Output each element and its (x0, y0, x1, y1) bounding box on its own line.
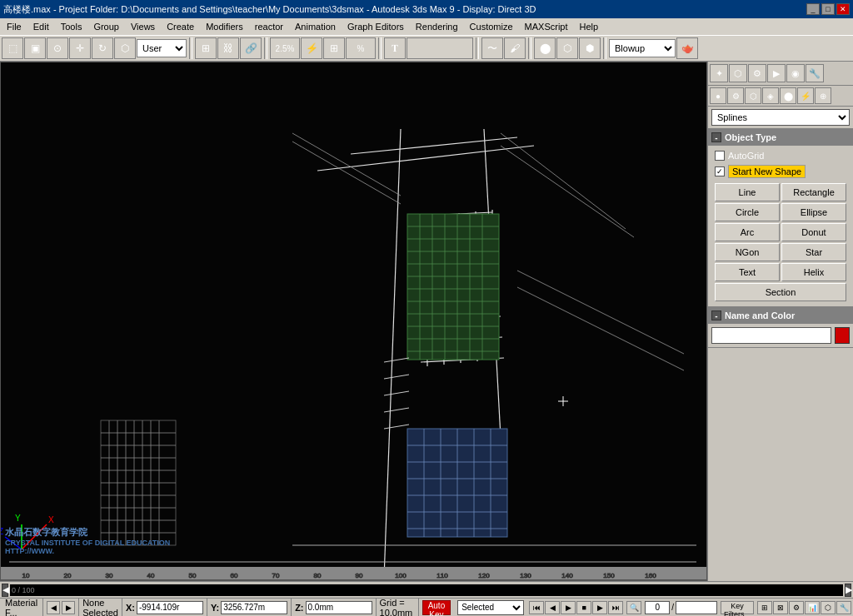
toolbar-rotate-btn[interactable]: ↻ (92, 37, 113, 59)
frame-nav-btn2[interactable]: ▶ (62, 601, 75, 614)
play-button[interactable]: ▶ (561, 601, 576, 614)
material-button[interactable]: Material F... (0, 599, 43, 616)
section-collapse-icon[interactable]: - (711, 132, 721, 142)
panel-subtab-6[interactable]: ⚡ (797, 87, 814, 104)
viewport[interactable]: User (0, 62, 707, 581)
panel-subtab-4[interactable]: ◈ (762, 87, 779, 104)
next-frame-button[interactable]: ▶ (592, 601, 607, 614)
helix-button[interactable]: Helix (781, 263, 846, 281)
text-button[interactable]: Text (715, 263, 780, 281)
start-new-shape-button[interactable]: Start New Shape (728, 165, 806, 178)
menu-create[interactable]: Create (162, 21, 199, 32)
extra-btn-2[interactable]: ⊠ (773, 601, 788, 614)
rectangle-button[interactable]: Rectangle (781, 183, 846, 201)
toolbar-percent-btn[interactable]: 2.5% (270, 37, 300, 59)
toolbar-unlink-btn[interactable]: 🔗 (240, 37, 262, 59)
splines-dropdown[interactable]: Splines (711, 109, 850, 126)
extra-btn-5[interactable]: ⬡ (821, 601, 836, 614)
toolbar-render2-btn[interactable]: ⬢ (579, 37, 601, 59)
timeline-slider[interactable]: 0 / 100 (10, 584, 843, 596)
toolbar-percent2-btn[interactable]: % (346, 37, 376, 59)
panel-subtab-7[interactable]: ⊕ (815, 87, 831, 104)
menu-graph-editors[interactable]: Graph Editors (342, 21, 409, 32)
minimize-button[interactable]: _ (806, 3, 820, 15)
toolbar-align-btn[interactable]: ⊞ (323, 37, 345, 59)
toolbar-curve-btn[interactable]: 〜 (481, 37, 503, 59)
selected-dropdown[interactable]: Selected (457, 600, 524, 615)
start-new-shape-checkbox[interactable] (715, 166, 725, 176)
panel-subtab-3[interactable]: ⬡ (745, 87, 761, 104)
panel-subtab-2[interactable]: ⚙ (727, 87, 744, 104)
menu-group[interactable]: Group (88, 21, 124, 32)
toolbar-magnet-btn[interactable]: ⚡ (301, 37, 322, 59)
menu-maxscript[interactable]: MAXScript (520, 21, 573, 32)
extra-btn-3[interactable]: ⚙ (789, 601, 804, 614)
donut-button[interactable]: Donut (781, 223, 846, 241)
object-type-header[interactable]: - Object Type (708, 129, 853, 146)
y-input[interactable] (221, 601, 287, 614)
blowup-combo[interactable]: Blowup (609, 39, 676, 57)
circle-button[interactable]: Circle (715, 203, 780, 221)
color-swatch[interactable] (835, 327, 850, 344)
panel-subtab-5[interactable]: ⬤ (780, 87, 796, 104)
menu-animation[interactable]: Animation (290, 21, 341, 32)
frame-nav-btn1[interactable]: ◀ (47, 601, 60, 614)
extra-btn-6[interactable]: 🔧 (836, 601, 851, 614)
close-button[interactable]: ✕ (836, 3, 850, 15)
x-input[interactable] (137, 601, 203, 614)
star-button[interactable]: Star (781, 243, 846, 261)
timeline-right-arrow[interactable]: ▶ (845, 584, 851, 597)
prev-frame-button[interactable]: ◀ (545, 601, 560, 614)
menu-help[interactable]: Help (575, 21, 604, 32)
toolbar-paint-btn[interactable]: 🖌 (504, 37, 526, 59)
menu-tools[interactable]: Tools (56, 21, 87, 32)
extra-btn-1[interactable]: ⊞ (757, 601, 772, 614)
menu-customize[interactable]: Customize (465, 21, 518, 32)
menu-views[interactable]: Views (126, 21, 160, 32)
toolbar-material-btn[interactable]: ⬤ (534, 37, 556, 59)
name-color-collapse-icon[interactable]: - (711, 310, 721, 320)
name-color-header[interactable]: - Name and Color (708, 307, 853, 324)
toolbar-link-btn[interactable]: ⛓ (217, 37, 239, 59)
frame-number-input[interactable] (645, 601, 670, 614)
menu-modifiers[interactable]: Modifiers (201, 21, 248, 32)
panel-tab-modify[interactable]: ⬡ (729, 64, 747, 82)
toolbar-select-btn[interactable]: ⬚ (2, 37, 23, 59)
goto-start-button[interactable]: ⏮ (529, 601, 544, 614)
autogrid-checkbox[interactable] (715, 151, 725, 161)
panel-tab-display[interactable]: ◉ (786, 64, 805, 82)
timeline-left-arrow[interactable]: ◀ (2, 584, 8, 597)
search-button[interactable]: 🔍 (626, 601, 641, 614)
key-filters-button[interactable]: Key Filters... (721, 601, 754, 614)
z-input[interactable] (306, 601, 372, 614)
ngon-button[interactable]: NGon (715, 243, 780, 261)
arc-button[interactable]: Arc (715, 223, 780, 241)
panel-subtab-1[interactable]: ● (710, 87, 726, 104)
panel-tab-motion[interactable]: ▶ (767, 64, 786, 82)
line-button[interactable]: Line (715, 183, 780, 201)
extra-btn-4[interactable]: 📊 (805, 601, 820, 614)
panel-tab-hierarchy[interactable]: ⚙ (748, 64, 766, 82)
panel-tab-create[interactable]: ✦ (710, 64, 728, 82)
menu-rendering[interactable]: Rendering (411, 21, 463, 32)
toolbar-snap-btn[interactable]: ⊞ (195, 37, 217, 59)
panel-tab-utilities[interactable]: 🔧 (806, 64, 824, 82)
toolbar-region-btn[interactable]: ▣ (24, 37, 46, 59)
toolbar-move-btn[interactable]: ✛ (69, 37, 91, 59)
name-input[interactable] (711, 327, 831, 344)
toolbar-text-btn[interactable]: 𝐓 (384, 37, 406, 59)
section-button[interactable]: Section (715, 283, 846, 301)
menu-file[interactable]: File (2, 21, 27, 32)
toolbar-light-btn[interactable]: ⊙ (47, 37, 68, 59)
menu-edit[interactable]: Edit (28, 21, 54, 32)
toolbar-teapot-btn[interactable]: 🫖 (676, 37, 698, 59)
goto-end-button[interactable]: ⏭ (608, 601, 623, 614)
maximize-button[interactable]: □ (821, 3, 835, 15)
toolbar-named-sel[interactable] (407, 37, 473, 59)
frame-max-input[interactable] (676, 601, 717, 614)
toolbar-scale-btn[interactable]: ⬡ (114, 37, 136, 59)
auto-key-button[interactable]: Auto Key (422, 600, 451, 615)
ellipse-button[interactable]: Ellipse (781, 203, 846, 221)
toolbar-render-btn[interactable]: ⬡ (556, 37, 578, 59)
menu-reactor[interactable]: reactor (250, 21, 288, 32)
